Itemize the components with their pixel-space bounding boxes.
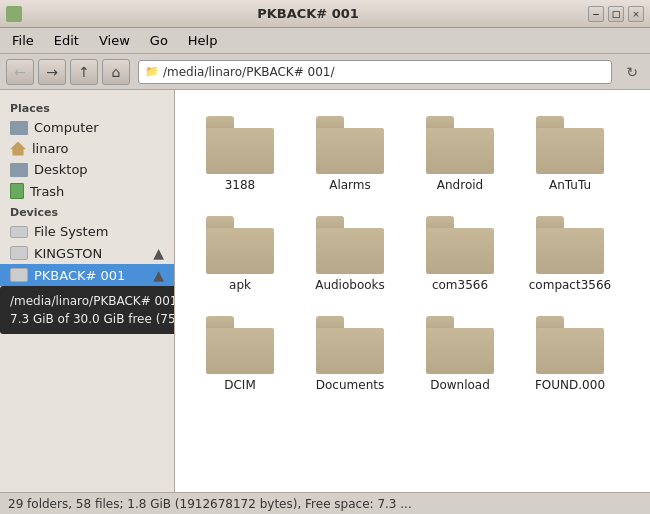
folder-item[interactable]: Audiobooks bbox=[295, 200, 405, 300]
device-tooltip: /media/linaro/PKBACK# 001 (/dev/sdb1) 7.… bbox=[0, 286, 175, 334]
tooltip-line1: /media/linaro/PKBACK# 001 (/dev/sdb1) bbox=[10, 292, 175, 310]
sidebar-label-kingston: KINGSTON bbox=[34, 246, 102, 261]
removable-icon-pkback bbox=[10, 268, 28, 282]
folder-item[interactable]: com3566 bbox=[405, 200, 515, 300]
folder-body bbox=[206, 228, 274, 274]
folder-icon-large bbox=[536, 116, 604, 174]
places-section-label: Places bbox=[0, 98, 174, 117]
folder-body bbox=[316, 228, 384, 274]
folder-body bbox=[426, 228, 494, 274]
folder-label: Android bbox=[437, 178, 483, 192]
toolbar: ← → ↑ ⌂ 📁 /media/linaro/PKBACK# 001/ ↻ bbox=[0, 54, 650, 90]
folder-body bbox=[206, 128, 274, 174]
computer-icon bbox=[10, 121, 28, 135]
sidebar-item-trash[interactable]: Trash bbox=[0, 180, 174, 202]
folder-body bbox=[316, 328, 384, 374]
sidebar-label-computer: Computer bbox=[34, 120, 99, 135]
status-text: 29 folders, 58 files; 1.8 GiB (191267817… bbox=[8, 497, 412, 511]
home-button[interactable]: ⌂ bbox=[102, 59, 130, 85]
close-button[interactable]: × bbox=[628, 6, 644, 22]
folder-body bbox=[426, 128, 494, 174]
folder-label: Download bbox=[430, 378, 490, 392]
folder-body bbox=[536, 228, 604, 274]
folder-item[interactable]: Android bbox=[405, 100, 515, 200]
folder-body bbox=[536, 128, 604, 174]
app-icon bbox=[6, 6, 22, 22]
removable-icon-kingston bbox=[10, 246, 28, 260]
folder-item[interactable]: DCIM bbox=[185, 300, 295, 400]
titlebar: PKBACK# 001 − □ × bbox=[0, 0, 650, 28]
folder-label: Audiobooks bbox=[315, 278, 385, 292]
address-bar[interactable]: 📁 /media/linaro/PKBACK# 001/ bbox=[138, 60, 612, 84]
folder-item[interactable]: Download bbox=[405, 300, 515, 400]
menubar: File Edit View Go Help bbox=[0, 28, 650, 54]
drive-icon bbox=[10, 226, 28, 238]
sidebar-item-pkback[interactable]: PKBACK# 001 ▲ /media/linaro/PKBACK# 001 … bbox=[0, 264, 174, 286]
minimize-button[interactable]: − bbox=[588, 6, 604, 22]
folder-label: AnTuTu bbox=[549, 178, 591, 192]
up-button[interactable]: ↑ bbox=[70, 59, 98, 85]
sidebar-item-kingston[interactable]: KINGSTON ▲ bbox=[0, 242, 174, 264]
folder-item[interactable]: Alarms bbox=[295, 100, 405, 200]
menu-view[interactable]: View bbox=[91, 31, 138, 50]
sidebar-item-filesystem[interactable]: File System bbox=[0, 221, 174, 242]
menu-help[interactable]: Help bbox=[180, 31, 226, 50]
sidebar-label-pkback: PKBACK# 001 bbox=[34, 268, 125, 283]
folder-body bbox=[536, 328, 604, 374]
folder-icon-large bbox=[206, 216, 274, 274]
menu-go[interactable]: Go bbox=[142, 31, 176, 50]
folder-icon-large bbox=[206, 116, 274, 174]
folder-icon-large bbox=[426, 316, 494, 374]
trash-icon bbox=[10, 183, 24, 199]
main-area: Places Computer linaro Desktop Trash Dev… bbox=[0, 90, 650, 492]
sidebar-item-linaro[interactable]: linaro bbox=[0, 138, 174, 159]
folder-label: Alarms bbox=[329, 178, 371, 192]
sidebar: Places Computer linaro Desktop Trash Dev… bbox=[0, 90, 175, 492]
folder-icon-large bbox=[206, 316, 274, 374]
folder-item[interactable]: Documents bbox=[295, 300, 405, 400]
folder-item[interactable]: compact3566 bbox=[515, 200, 625, 300]
folder-item[interactable]: apk bbox=[185, 200, 295, 300]
eject-icon-pkback[interactable]: ▲ bbox=[153, 267, 164, 283]
folder-label: 3188 bbox=[225, 178, 256, 192]
sidebar-label-linaro: linaro bbox=[32, 141, 68, 156]
folder-label: Documents bbox=[316, 378, 384, 392]
folder-item[interactable]: 3188 bbox=[185, 100, 295, 200]
sidebar-label-trash: Trash bbox=[30, 184, 64, 199]
folder-label: apk bbox=[229, 278, 251, 292]
folder-icon-large bbox=[316, 216, 384, 274]
maximize-button[interactable]: □ bbox=[608, 6, 624, 22]
folder-label: compact3566 bbox=[529, 278, 611, 292]
devices-section-label: Devices bbox=[0, 202, 174, 221]
window-title: PKBACK# 001 bbox=[28, 6, 588, 21]
sidebar-label-filesystem: File System bbox=[34, 224, 108, 239]
folder-item[interactable]: AnTuTu bbox=[515, 100, 625, 200]
folder-label: com3566 bbox=[432, 278, 488, 292]
menu-edit[interactable]: Edit bbox=[46, 31, 87, 50]
address-text: /media/linaro/PKBACK# 001/ bbox=[163, 65, 605, 79]
menu-file[interactable]: File bbox=[4, 31, 42, 50]
folder-icon-large bbox=[316, 316, 384, 374]
refresh-button[interactable]: ↻ bbox=[620, 60, 644, 84]
eject-icon-kingston[interactable]: ▲ bbox=[153, 245, 164, 261]
window-controls: − □ × bbox=[588, 6, 644, 22]
home-icon bbox=[10, 142, 26, 156]
sidebar-item-desktop[interactable]: Desktop bbox=[0, 159, 174, 180]
location-icon: 📁 bbox=[145, 65, 159, 78]
back-button[interactable]: ← bbox=[6, 59, 34, 85]
file-area: 3188AlarmsAndroidAnTuTuapkAudiobookscom3… bbox=[175, 90, 650, 492]
folder-label: FOUND.000 bbox=[535, 378, 605, 392]
forward-button[interactable]: → bbox=[38, 59, 66, 85]
folder-item[interactable]: FOUND.000 bbox=[515, 300, 625, 400]
folder-icon-large bbox=[426, 216, 494, 274]
statusbar: 29 folders, 58 files; 1.8 GiB (191267817… bbox=[0, 492, 650, 514]
tooltip-line2: 7.3 GiB of 30.0 GiB free (75% used) bbox=[10, 310, 175, 328]
folder-body bbox=[206, 328, 274, 374]
desktop-icon bbox=[10, 163, 28, 177]
folder-icon-large bbox=[426, 116, 494, 174]
folder-body bbox=[426, 328, 494, 374]
folder-label: DCIM bbox=[224, 378, 256, 392]
sidebar-item-computer[interactable]: Computer bbox=[0, 117, 174, 138]
sidebar-label-desktop: Desktop bbox=[34, 162, 88, 177]
folder-icon-large bbox=[536, 216, 604, 274]
